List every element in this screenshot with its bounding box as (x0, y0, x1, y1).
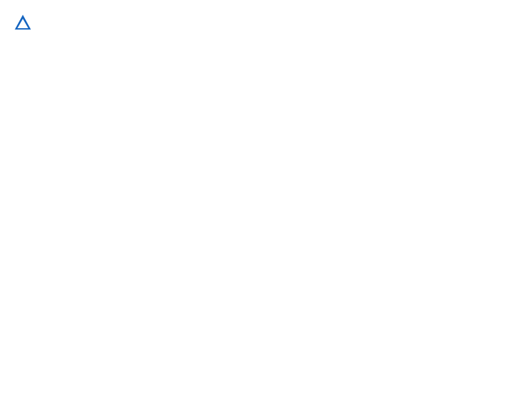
logo (13, 13, 35, 32)
page-header (13, 13, 519, 32)
logo-icon (13, 13, 32, 32)
